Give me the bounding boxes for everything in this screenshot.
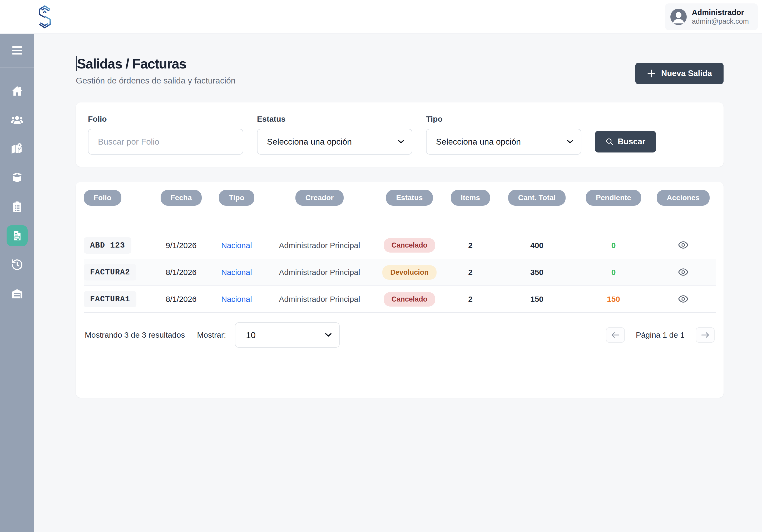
pendiente-cell: 0 [576,232,650,259]
fecha-cell: 8/1/2026 [153,286,210,313]
home-icon [11,85,24,97]
items-cell: 2 [443,232,497,259]
hamburger-icon [12,46,22,48]
col-cant-total: Cant. Total [508,190,566,206]
folio-badge: FACTURA1 [84,291,136,307]
users-icon [11,114,24,126]
col-creador: Creador [295,190,343,206]
page-indicator: Página 1 de 1 [636,331,685,340]
items-cell: 2 [443,259,497,286]
per-page-select[interactable]: 10 [235,322,340,348]
folio-label: Folio [88,114,243,123]
invoice-icon [11,230,23,242]
col-fecha: Fecha [161,190,202,206]
cant-total-cell: 350 [497,259,576,286]
main-content: Salidas / Facturas Gestión de órdenes de… [34,34,762,532]
tipo-select[interactable]: Selecciona una opción [426,129,581,155]
col-estatus: Estatus [386,190,432,206]
menu-toggle-button[interactable] [0,34,34,67]
map-pin-icon [11,142,24,155]
table-row: FACTURA2 8/1/2026 Nacional Administrador… [84,259,716,286]
creador-cell: Administrador Principal [264,232,375,259]
warehouse-icon [11,287,24,300]
history-icon [11,258,24,271]
folio-badge: FACTURA2 [84,264,136,280]
plus-icon [647,69,656,78]
user-email: admin@pack.com [692,17,749,26]
arrow-left-icon [611,332,620,339]
col-acciones: Acciones [657,190,710,206]
sidebar-item-locations[interactable] [0,134,34,163]
view-details-button[interactable] [676,238,690,253]
sidebar-item-home[interactable] [0,76,34,105]
sidebar-item-history[interactable] [0,250,34,279]
page-title: Salidas / Facturas [76,56,236,72]
filters-panel: Folio Estatus Selecciona una opción Tipo… [76,103,724,167]
status-badge: Cancelado [384,238,435,253]
view-details-button[interactable] [676,265,690,280]
pendiente-cell: 150 [576,286,650,313]
status-badge: Cancelado [384,292,435,307]
sidebar-nav [0,67,34,308]
status-badge: Devolucion [382,265,436,280]
estatus-label: Estatus [257,114,412,123]
results-panel: Folio Fecha Tipo Creador Estatus Items C… [76,182,724,398]
app-logo [37,4,53,29]
text-cursor [76,56,77,71]
results-summary: Mostrando 3 de 3 resultados [85,331,185,340]
sidebar-item-invoices[interactable] [0,221,34,250]
tipo-link[interactable]: Nacional [221,295,252,303]
pagination-bar: Mostrando 3 de 3 resultados Mostrar: 10 … [84,322,716,348]
estatus-select[interactable]: Selecciona una opción [257,129,412,155]
table-header-row: Folio Fecha Tipo Creador Estatus Items C… [84,190,716,232]
box-open-icon [11,172,24,184]
pendiente-cell: 0 [576,259,650,286]
tipo-label: Tipo [426,114,581,123]
fecha-cell: 9/1/2026 [153,232,210,259]
per-page-label: Mostrar: [197,331,226,340]
page-subtitle: Gestión de órdenes de salida y facturaci… [76,76,236,86]
eye-icon [678,293,689,304]
cant-total-cell: 150 [497,286,576,313]
eye-icon [678,239,689,251]
arrow-right-icon [701,332,710,339]
sidebar [0,34,34,532]
clipboard-list-icon [11,200,24,213]
folio-search-input[interactable] [88,129,243,155]
user-menu[interactable]: Administrador admin@pack.com [665,3,758,30]
new-salida-button[interactable]: Nueva Salida [635,63,724,84]
col-folio: Folio [84,190,121,206]
salidas-table: Folio Fecha Tipo Creador Estatus Items C… [84,190,716,313]
col-pendiente: Pendiente [586,190,641,206]
view-details-button[interactable] [676,292,690,307]
prev-page-button[interactable] [606,327,625,342]
fecha-cell: 8/1/2026 [153,259,210,286]
table-row: FACTURA1 8/1/2026 Nacional Administrador… [84,286,716,313]
sidebar-item-users[interactable] [0,105,34,134]
sidebar-item-warehouse[interactable] [0,279,34,308]
folio-badge: ABD 123 [84,237,131,254]
sidebar-item-products[interactable] [0,163,34,192]
user-avatar-icon [670,9,687,25]
items-cell: 2 [443,286,497,313]
creador-cell: Administrador Principal [264,259,375,286]
col-items: Items [451,190,490,206]
col-tipo: Tipo [219,190,254,206]
tipo-link[interactable]: Nacional [221,241,252,250]
active-item-highlight [7,225,28,246]
user-name: Administrador [692,8,749,17]
creador-cell: Administrador Principal [264,286,375,313]
sidebar-item-orders[interactable] [0,192,34,221]
buscar-button[interactable]: Buscar [595,131,656,152]
table-row: ABD 123 9/1/2026 Nacional Administrador … [84,232,716,259]
cant-total-cell: 400 [497,232,576,259]
top-bar: Administrador admin@pack.com [0,0,762,34]
search-icon [606,138,614,146]
next-page-button[interactable] [696,327,715,342]
tipo-link[interactable]: Nacional [221,268,252,276]
eye-icon [678,266,689,277]
